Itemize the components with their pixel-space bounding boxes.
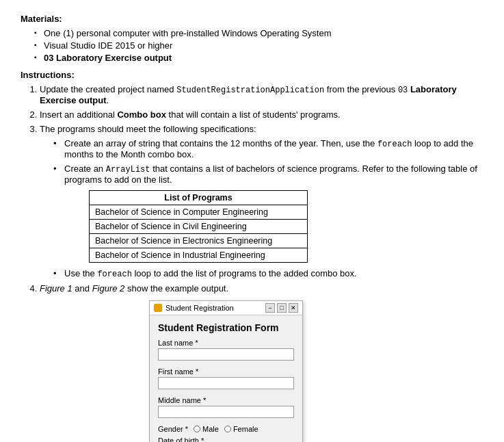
materials-title: Materials: — [21, 14, 483, 24]
male-option[interactable]: Male — [194, 425, 219, 433]
window-titlebar: Student Registration − □ ✕ — [150, 301, 302, 315]
materials-item-2: Visual Studio IDE 2015 or higher — [34, 40, 483, 51]
last-name-row: Last name * — [158, 339, 294, 364]
spec-list: Create an array of string that contains … — [40, 138, 483, 279]
instruction-4: Figure 1 and Figure 2 show the example o… — [40, 283, 483, 442]
figure-container: Student Registration − □ ✕ Student Regis… — [149, 300, 483, 442]
materials-list: One (1) personal computer with pre-insta… — [21, 28, 483, 63]
table-row: Bachelor of Science in Civil Engineering — [90, 220, 308, 234]
materials-item-1: One (1) personal computer with pre-insta… — [34, 28, 483, 38]
app-window: Student Registration − □ ✕ Student Regis… — [149, 300, 303, 442]
spec-item-2: Create an ArrayList that contains a list… — [53, 164, 483, 263]
spec-item-3: Use the foreach loop to add the list of … — [53, 268, 483, 279]
table-row: Bachelor of Science in Industrial Engine… — [90, 248, 308, 263]
instructions-section: Instructions: Update the created project… — [21, 70, 483, 442]
close-button[interactable]: ✕ — [289, 303, 298, 313]
materials-item-3: 03 Laboratory Exercise output — [34, 53, 483, 63]
first-name-row: First name * — [158, 367, 294, 393]
table-row: Bachelor of Science in Computer Engineer… — [90, 205, 308, 220]
male-radio[interactable] — [194, 426, 200, 432]
materials-section: Materials: One (1) personal computer wit… — [21, 14, 483, 63]
first-name-input[interactable] — [158, 377, 294, 389]
window-icon — [154, 304, 162, 312]
table-row: Bachelor of Science in Electronics Engin… — [90, 234, 308, 248]
window-controls: − □ ✕ — [265, 303, 298, 313]
dob-label: Date of birth * — [158, 437, 294, 442]
female-radio[interactable] — [224, 426, 231, 432]
instruction-2: Insert an additional Combo box that will… — [40, 109, 483, 120]
middle-name-label: Middle name * — [158, 396, 294, 404]
table-header: List of Programs — [90, 191, 308, 205]
last-name-input[interactable] — [158, 348, 294, 361]
last-name-label: Last name * — [158, 339, 294, 347]
maximize-button[interactable]: □ — [277, 303, 287, 313]
spec-item-1: Create an array of string that contains … — [53, 138, 483, 159]
gender-row: Gender * Male Female — [158, 425, 294, 433]
form-body: Student Registration Form Last name * Fi… — [150, 315, 302, 442]
gender-label: Gender * — [158, 425, 188, 433]
first-name-label: First name * — [158, 367, 294, 376]
window-title: Student Registration — [165, 304, 234, 312]
instruction-3: The programs should meet the following s… — [40, 124, 483, 279]
female-option[interactable]: Female — [224, 425, 258, 433]
instructions-title: Instructions: — [21, 70, 483, 80]
instructions-list: Update the created project named Student… — [21, 84, 483, 442]
form-title: Student Registration Form — [158, 322, 294, 333]
middle-name-input[interactable] — [158, 406, 294, 418]
middle-name-row: Middle name * — [158, 396, 294, 421]
minimize-button[interactable]: − — [265, 303, 275, 313]
instruction-1: Update the created project named Student… — [40, 84, 483, 105]
programs-table: List of Programs Bachelor of Science in … — [89, 190, 308, 263]
male-label: Male — [202, 425, 219, 433]
dob-row: Date of birth * -Day- -Month- -Year- — [158, 437, 294, 442]
female-label: Female — [233, 425, 258, 433]
